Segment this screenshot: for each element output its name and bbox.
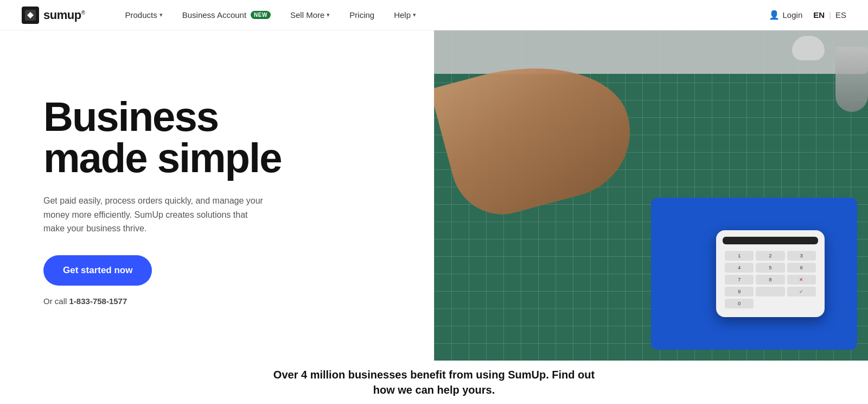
navbar: sumup® Products ▾ Business Account NEW S… (0, 0, 868, 30)
nav-item-products[interactable]: Products ▾ (118, 6, 170, 24)
keypad-key-0: 0 (725, 299, 754, 308)
nav-right: 👤 Login EN | ES (769, 10, 846, 20)
nav-item-help[interactable]: Help ▾ (386, 6, 424, 24)
keypad-key-x: ✕ (787, 275, 816, 285)
card-reader-device: 1 2 3 4 5 6 7 8 ✕ 9 · ✓ 0 (716, 230, 825, 317)
hero-subtext: Get paid easily, process orders quickly,… (43, 194, 271, 236)
language-switcher: EN | ES (813, 10, 846, 20)
login-button[interactable]: 👤 Login (769, 10, 803, 20)
keypad-key-ok: ✓ (787, 287, 816, 296)
logo-icon (22, 7, 39, 24)
hero-section: Business made simple Get paid easily, pr… (0, 30, 868, 361)
chevron-down-icon: ▾ (413, 11, 416, 18)
lang-en[interactable]: EN (813, 10, 825, 20)
get-started-button[interactable]: Get started now (43, 255, 152, 286)
hero-left: Business made simple Get paid easily, pr… (0, 30, 434, 361)
keypad-key-9: 9 (725, 287, 754, 296)
bottom-text: Over 4 million businesses benefit from u… (273, 367, 595, 397)
keypad-key-4: 4 (725, 263, 754, 273)
nav-item-pricing[interactable]: Pricing (342, 6, 382, 24)
lang-es[interactable]: ES (835, 10, 846, 20)
keypad-key-dot: · (756, 287, 784, 296)
nav-links: Products ▾ Business Account NEW Sell Mor… (118, 6, 769, 24)
phone-number: 1-833-758-1577 (69, 296, 127, 306)
nav-item-business-account[interactable]: Business Account NEW (175, 6, 278, 24)
bottom-section: Over 4 million businesses benefit from u… (0, 361, 868, 404)
keypad-key-7: 7 (725, 275, 754, 285)
keypad-key-2: 2 (756, 251, 784, 261)
call-text: Or call 1-833-758-1577 (43, 296, 401, 306)
keypad-key-1: 1 (725, 251, 754, 261)
scissors-object (835, 47, 868, 112)
chevron-down-icon: ▾ (327, 11, 330, 18)
logo-text: sumup® (43, 8, 85, 22)
keypad-key-8: 8 (756, 275, 784, 285)
card-reader-keypad: 1 2 3 4 5 6 7 8 ✕ 9 · ✓ 0 (723, 249, 818, 311)
nav-item-sell-more[interactable]: Sell More ▾ (283, 6, 337, 24)
keypad-key-6: 6 (787, 263, 816, 273)
keypad-key-5: 5 (756, 263, 784, 273)
new-badge: NEW (251, 11, 271, 19)
card-reader-screen (723, 237, 818, 244)
person-icon: 👤 (769, 10, 780, 20)
hero-image: 1 2 3 4 5 6 7 8 ✕ 9 · ✓ 0 (434, 30, 868, 361)
hero-heading: Business made simple (43, 96, 401, 179)
chevron-down-icon: ▾ (159, 11, 163, 18)
mouse-device (792, 36, 825, 60)
keypad-key-3: 3 (787, 251, 816, 261)
logo[interactable]: sumup® (22, 7, 85, 24)
